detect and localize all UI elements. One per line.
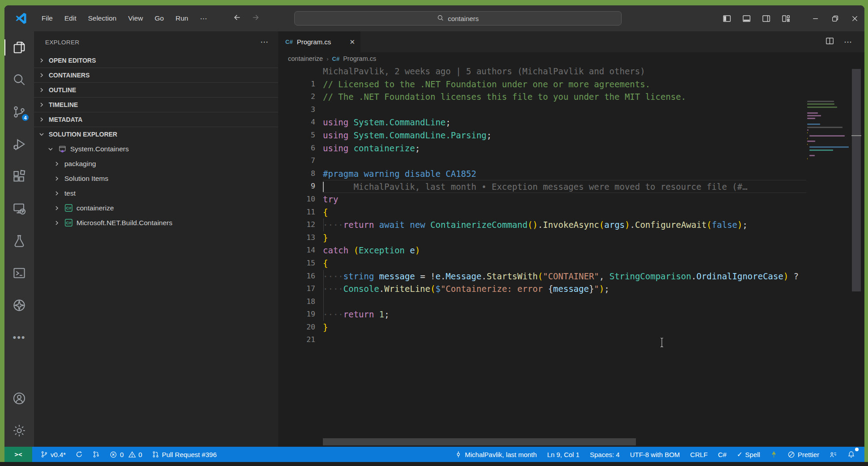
tree-item-containerize[interactable]: C# containerize: [34, 201, 278, 215]
vertical-scrollbar-thumb[interactable]: [852, 69, 861, 291]
scm-badge: 4: [21, 113, 30, 122]
minimize-button[interactable]: [805, 5, 825, 31]
toggle-secondary-sidebar-icon[interactable]: [756, 5, 776, 31]
source-control-icon[interactable]: 4: [8, 101, 30, 123]
menu-edit[interactable]: Edit: [59, 12, 82, 25]
remote-explorer-icon[interactable]: [8, 198, 30, 219]
remote-indicator[interactable]: ><: [4, 447, 32, 462]
tree-item-label: System.Containers: [70, 145, 129, 153]
indentation-status[interactable]: Spaces: 4: [587, 449, 623, 460]
extensions-icon[interactable]: [8, 166, 30, 187]
feedback-icon: [830, 451, 837, 458]
pull-request-status[interactable]: Pull Request #396: [149, 449, 220, 460]
encoding-status[interactable]: UTF-8 with BOM: [627, 449, 683, 460]
more-views-icon[interactable]: •••: [8, 327, 30, 348]
close-button[interactable]: [845, 5, 864, 31]
horizontal-scrollbar[interactable]: [323, 438, 636, 445]
svg-text:C#: C#: [66, 205, 72, 210]
tree-item-test[interactable]: test: [34, 186, 278, 201]
customize-layout-icon[interactable]: [776, 5, 796, 31]
restore-button[interactable]: [825, 5, 845, 31]
menu-view[interactable]: View: [122, 12, 148, 25]
menu-go[interactable]: Go: [149, 12, 170, 25]
error-icon: [110, 451, 117, 458]
accounts-icon[interactable]: [8, 388, 30, 409]
language-status[interactable]: C#: [715, 449, 730, 460]
run-debug-icon[interactable]: [8, 133, 30, 155]
minimap-content: [807, 101, 852, 162]
back-arrow-icon[interactable]: [233, 13, 241, 24]
notifications-status[interactable]: [844, 449, 858, 460]
feedback-status[interactable]: [826, 449, 840, 460]
sync-status[interactable]: [72, 449, 86, 460]
activity-bar-top: 4 •••: [8, 37, 30, 348]
terminal-icon[interactable]: [8, 262, 30, 284]
section-open-editors[interactable]: OPEN EDITORS: [34, 53, 278, 68]
problems-status[interactable]: 0 0: [106, 449, 145, 460]
minimap[interactable]: [807, 101, 852, 164]
vertical-scrollbar[interactable]: [851, 67, 861, 447]
menu-overflow-icon[interactable]: ⋯: [194, 12, 214, 26]
command-center-search[interactable]: containers: [294, 11, 622, 26]
section-timeline[interactable]: TIMELINE: [34, 97, 278, 112]
breadcrumb-file[interactable]: Program.cs: [343, 55, 376, 62]
status-left: v0.4* 0 0: [38, 449, 220, 460]
overview-ruler-cursor-marker: [851, 135, 861, 136]
explorer-more-actions-icon[interactable]: ⋯: [260, 37, 269, 47]
tree-item-label: test: [64, 189, 76, 197]
csharp-project-icon: C#: [64, 204, 73, 212]
cursor-position-status[interactable]: Ln 9, Col 1: [544, 449, 583, 460]
menu-run[interactable]: Run: [169, 12, 194, 25]
tree-item-ms-net-build-containers[interactable]: C# Microsoft.NET.Build.Containers: [34, 215, 278, 230]
horizontal-scrollbar-thumb[interactable]: [323, 438, 636, 445]
tab-program-cs[interactable]: C# Program.cs ✕: [278, 31, 360, 52]
wheat-extension-status[interactable]: [767, 449, 780, 460]
breadcrumb: containerize › C# Program.cs: [278, 52, 864, 65]
layout-controls: [717, 5, 796, 31]
language-label: C#: [718, 451, 727, 458]
tree-item-label: Solution Items: [64, 175, 108, 183]
branch-status[interactable]: v0.4*: [38, 449, 69, 460]
solution-tree: System.Containers packaging Solution Ite…: [34, 141, 278, 230]
breadcrumb-folder[interactable]: containerize: [288, 55, 323, 62]
menu-file[interactable]: File: [36, 12, 59, 25]
tab-close-icon[interactable]: ✕: [349, 38, 355, 46]
settings-gear-icon[interactable]: [8, 420, 30, 441]
chevron-down-icon: [38, 130, 46, 138]
section-metadata[interactable]: METADATA: [34, 112, 278, 127]
section-outline[interactable]: OUTLINE: [34, 82, 278, 97]
prettier-status[interactable]: Prettier: [784, 449, 822, 460]
section-solution-explorer[interactable]: SOLUTION EXPLORER: [34, 127, 278, 141]
chevron-right-icon: [53, 160, 61, 168]
forward-arrow-icon[interactable]: [251, 13, 260, 24]
wheat-icon: [771, 451, 777, 458]
section-containers[interactable]: CONTAINERS: [34, 68, 278, 82]
code-viewport[interactable]: 123456789101112131415161718192021 Michal…: [278, 65, 864, 447]
split-editor-icon[interactable]: [826, 37, 834, 47]
indentation-label: Spaces: 4: [590, 451, 620, 458]
menu-selection[interactable]: Selection: [82, 12, 123, 25]
csharp-file-icon: C#: [285, 38, 293, 45]
tree-item-solution[interactable]: System.Containers: [34, 141, 278, 156]
code-lines[interactable]: MichalPavlik, 2 weeks ago | 5 authors (M…: [323, 65, 806, 346]
toggle-panel-icon[interactable]: [737, 5, 756, 31]
spell-status[interactable]: ✓ Spell: [734, 449, 763, 460]
explorer-icon[interactable]: [8, 37, 30, 58]
eol-status[interactable]: CRLF: [687, 449, 711, 460]
line-number-gutter[interactable]: 123456789101112131415161718192021: [278, 65, 323, 346]
pull-request-icon: [152, 451, 159, 458]
search-view-icon[interactable]: [8, 69, 30, 90]
line-blame-status[interactable]: MichalPavlik, last month: [452, 449, 540, 460]
search-value: containers: [448, 15, 478, 22]
eol-label: CRLF: [690, 451, 707, 458]
testing-icon[interactable]: [8, 230, 30, 252]
tree-item-packaging[interactable]: packaging: [34, 156, 278, 171]
tree-item-solution-items[interactable]: Solution Items: [34, 171, 278, 186]
section-label: SOLUTION EXPLORER: [49, 131, 117, 138]
gitlens-status[interactable]: [89, 449, 103, 460]
editor-more-actions-icon[interactable]: ⋯: [844, 37, 853, 47]
branch-name: v0.4*: [51, 451, 66, 458]
editor-actions: ⋯: [826, 31, 864, 52]
toggle-sidebar-icon[interactable]: [717, 5, 737, 31]
compass-extension-icon[interactable]: [8, 295, 30, 316]
